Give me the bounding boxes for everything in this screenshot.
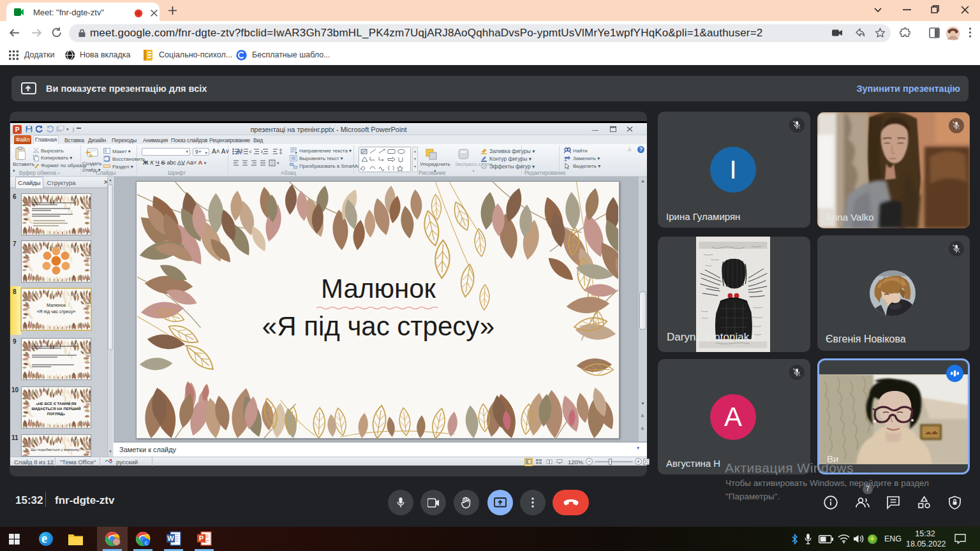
svg-text:c: c — [145, 540, 148, 546]
svg-text:P: P — [199, 534, 204, 542]
svg-text:W: W — [167, 534, 174, 542]
svg-text:▾: ▾ — [277, 161, 279, 165]
svg-text:2: 2 — [241, 151, 243, 154]
